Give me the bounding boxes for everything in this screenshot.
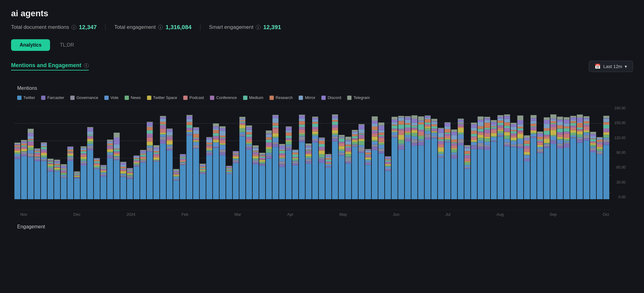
legend-label-medium: Medium xyxy=(249,95,263,100)
mentions-label: Mentions xyxy=(14,86,627,91)
chart-container: Mentions TwitterFarcasterGovernanceVoteN… xyxy=(11,79,633,230)
total-mentions-stat: Total document mentions ℹ 12,347 xyxy=(11,24,97,31)
bar-chart-canvas xyxy=(14,106,610,199)
smart-engagement-stat: Smart engagement ℹ 12,391 xyxy=(209,24,281,31)
y-axis-label: 30.00 xyxy=(616,180,626,185)
page-container: ai agents Total document mentions ℹ 12,3… xyxy=(0,0,644,238)
legend-dot-podcast xyxy=(183,96,188,100)
x-axis-labels: NovDec2024FebMarAprMayJunJulAugSepOct xyxy=(14,210,627,217)
legend-dot-telegram xyxy=(347,96,351,100)
calendar-icon: 📅 xyxy=(595,63,601,69)
chart-area: 180.00150.00120.0090.0060.0030.000.00 ✦ … xyxy=(14,106,627,210)
legend-item-twitter: Twitter xyxy=(17,95,35,100)
date-range-label: Last 12m xyxy=(603,64,622,69)
total-mentions-label: Total document mentions xyxy=(11,24,69,30)
legend-dot-medium xyxy=(243,96,247,100)
legend-dot-twitter xyxy=(17,96,21,100)
x-axis-label: Mar xyxy=(234,212,241,217)
legend-item-telegram: Telegram xyxy=(347,95,370,100)
total-engagement-value: 1,316,084 xyxy=(165,24,192,31)
legend-label-news: News xyxy=(131,95,141,100)
y-axis-label: 120.00 xyxy=(614,136,626,140)
legend-label-conference: Conference xyxy=(216,95,237,100)
total-mentions-info-icon[interactable]: ℹ xyxy=(72,25,76,30)
legend-label-telegram: Telegram xyxy=(353,95,370,100)
legend-item-news: News xyxy=(125,95,141,100)
section-title-area: Mentions and Engagement ℹ xyxy=(11,62,89,70)
legend-dot-farcaster xyxy=(41,96,45,100)
legend-item-medium: Medium xyxy=(243,95,263,100)
legend-dot-conference xyxy=(210,96,214,100)
legend-item-discord: Discord xyxy=(321,95,341,100)
x-axis-label: Oct xyxy=(603,212,609,217)
x-axis-label: Nov xyxy=(20,212,27,217)
engagement-label: Engagement xyxy=(14,224,627,230)
x-axis-label: Jun xyxy=(393,212,399,217)
section-underline xyxy=(11,70,89,70)
y-axis-label: 150.00 xyxy=(614,121,626,125)
legend-item-twitter-space: Twitter Space xyxy=(147,95,177,100)
stats-row: Total document mentions ℹ 12,347 Total e… xyxy=(11,24,633,31)
x-axis-label: Feb xyxy=(181,212,188,217)
legend-label-discord: Discord xyxy=(328,95,341,100)
y-axis-label: 90.00 xyxy=(616,150,626,155)
smart-engagement-value: 12,391 xyxy=(263,24,281,31)
legend-dot-news xyxy=(125,96,129,100)
y-axis-label: 60.00 xyxy=(616,165,626,169)
tab-analytics[interactable]: Analytics xyxy=(11,39,50,51)
legend-label-governance: Governance xyxy=(76,95,98,100)
legend-label-podcast: Podcast xyxy=(189,95,204,100)
legend-item-farcaster: Farcaster xyxy=(41,95,64,100)
smart-engagement-info-icon[interactable]: ℹ xyxy=(256,25,261,30)
legend-label-mirror: Mirror xyxy=(305,95,315,100)
stat-divider-1 xyxy=(105,24,106,31)
total-mentions-value: 12,347 xyxy=(79,24,97,31)
legend-label-twitter: Twitter xyxy=(23,95,35,100)
y-axis-label: 0.00 xyxy=(619,195,626,199)
y-axis-labels: 180.00150.00120.0090.0060.0030.000.00 xyxy=(614,106,627,199)
page-title: ai agents xyxy=(11,9,633,18)
legend-dot-twitter-space xyxy=(147,96,151,100)
y-axis-label: 180.00 xyxy=(614,106,626,110)
total-engagement-label: Total engagement xyxy=(114,24,156,30)
legend-item-governance: Governance xyxy=(70,95,98,100)
tabs-row: Analytics TL;DR xyxy=(11,39,633,51)
x-axis-label: May xyxy=(339,212,347,217)
legend-item-vote: Vote xyxy=(104,95,118,100)
total-engagement-info-icon[interactable]: ℹ xyxy=(158,25,163,30)
legend-label-research: Research xyxy=(276,95,293,100)
date-range-button[interactable]: 📅 Last 12m ▾ xyxy=(589,61,633,72)
legend-item-mirror: Mirror xyxy=(299,95,315,100)
legend-dot-vote xyxy=(104,96,109,100)
x-axis-label: Apr xyxy=(287,212,293,217)
legend-dot-research xyxy=(270,96,274,100)
legend-item-podcast: Podcast xyxy=(183,95,204,100)
legend-dot-discord xyxy=(321,96,326,100)
section-info-icon[interactable]: ℹ xyxy=(84,63,89,68)
tab-tldr[interactable]: TL;DR xyxy=(51,39,83,51)
stat-divider-2 xyxy=(200,24,200,31)
legend-dot-governance xyxy=(70,96,75,100)
section-header: Mentions and Engagement ℹ 📅 Last 12m ▾ xyxy=(11,61,633,72)
x-axis-label: Aug xyxy=(497,212,504,217)
smart-engagement-label: Smart engagement xyxy=(209,24,254,30)
total-engagement-stat: Total engagement ℹ 1,316,084 xyxy=(114,24,192,31)
legend-label-vote: Vote xyxy=(111,95,118,100)
legend-row: TwitterFarcasterGovernanceVoteNewsTwitte… xyxy=(14,95,627,100)
x-axis-label: Dec xyxy=(73,212,80,217)
legend-item-research: Research xyxy=(270,95,293,100)
chevron-down-icon: ▾ xyxy=(625,64,627,69)
legend-label-farcaster: Farcaster xyxy=(47,95,64,100)
x-axis-label: Jul xyxy=(445,212,451,217)
x-axis-label: Sep xyxy=(550,212,557,217)
section-title: Mentions and Engagement ℹ xyxy=(11,62,89,69)
legend-item-conference: Conference xyxy=(210,95,237,100)
x-axis-label: 2024 xyxy=(126,212,135,217)
legend-dot-mirror xyxy=(299,96,303,100)
legend-label-twitter-space: Twitter Space xyxy=(153,95,177,100)
